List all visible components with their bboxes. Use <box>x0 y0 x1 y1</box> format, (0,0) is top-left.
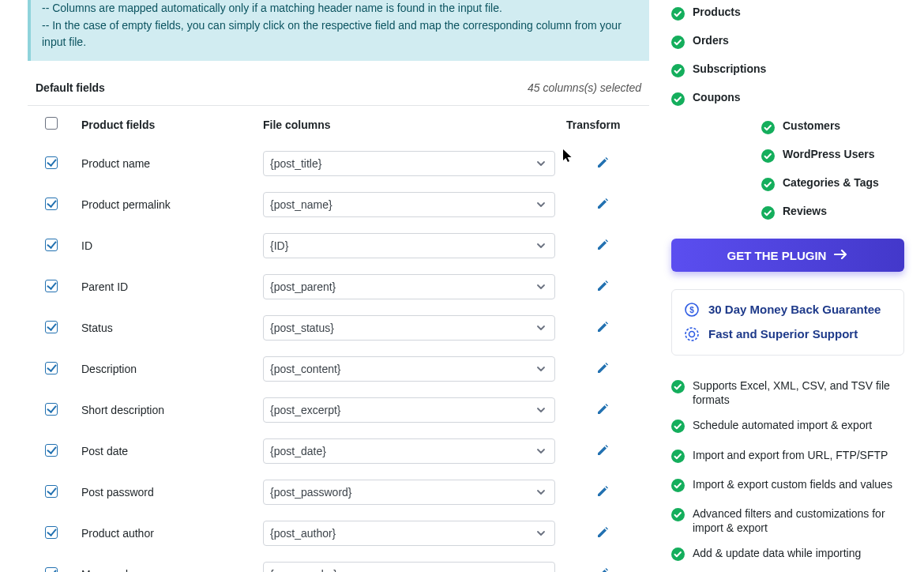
file-column-select[interactable]: {post_excerpt} <box>263 397 555 423</box>
list-item: WordPress Users <box>761 142 904 171</box>
pencil-icon[interactable] <box>568 279 610 292</box>
svg-point-11 <box>689 332 695 337</box>
file-column-select[interactable]: {post_name} <box>263 192 555 217</box>
item-label: Import & export custom fields and values <box>693 477 892 491</box>
list-item: Schedule automated import & export <box>671 412 904 442</box>
row-checkbox[interactable] <box>45 485 58 498</box>
pencil-icon[interactable] <box>568 566 610 572</box>
feature-list-top-indent: CustomersWordPress UsersCategories & Tag… <box>671 114 904 228</box>
file-column-select[interactable]: {post_content} <box>263 356 555 382</box>
check-circle-icon <box>761 178 775 194</box>
row-checkbox[interactable] <box>45 156 58 169</box>
row-checkbox[interactable] <box>45 280 58 292</box>
pencil-icon[interactable] <box>568 361 610 374</box>
row-label: Status <box>75 307 257 348</box>
list-item: Orders <box>671 28 904 57</box>
money-back-icon: $ <box>685 303 699 319</box>
check-circle-icon <box>671 479 685 495</box>
row-checkbox[interactable] <box>45 403 58 416</box>
check-circle-icon <box>671 380 685 397</box>
select-value: {post_content} <box>270 363 341 375</box>
row-checkbox[interactable] <box>45 567 58 572</box>
item-label: Reviews <box>783 205 827 217</box>
item-label: Subscriptions <box>693 62 766 75</box>
select-value: {post_author} <box>270 527 336 540</box>
chevron-down-icon <box>535 446 547 457</box>
file-column-select[interactable]: {post_title} <box>263 151 555 176</box>
table-row: Short description{post_excerpt} <box>28 389 649 431</box>
item-label: Schedule automated import & export <box>693 418 872 432</box>
select-value: {post_date} <box>270 445 326 457</box>
info-line-2: -- In the case of empty fields, you can … <box>42 17 638 51</box>
item-label: Categories & Tags <box>783 176 879 189</box>
check-circle-icon <box>761 206 775 222</box>
list-item: Customers <box>761 114 904 142</box>
check-circle-icon <box>671 36 685 51</box>
pencil-icon[interactable] <box>568 443 610 457</box>
item-label: Customers <box>783 119 840 132</box>
chevron-down-icon <box>535 528 547 539</box>
row-checkbox[interactable] <box>45 362 58 374</box>
check-circle-icon <box>671 7 685 23</box>
table-row: Product permalink{post_name} <box>28 184 649 225</box>
list-item: Import and export from URL, FTP/SFTP <box>671 442 904 472</box>
item-label: Orders <box>693 34 729 47</box>
table-row: Post date{post_date} <box>28 431 649 472</box>
row-label: Product permalink <box>75 184 257 225</box>
file-column-select[interactable]: {post_date} <box>263 438 555 464</box>
support-text: Fast and Superior Support <box>708 326 858 342</box>
file-column-select[interactable]: {post_password} <box>263 480 555 505</box>
check-circle-icon <box>761 149 775 165</box>
file-column-select[interactable]: {ID} <box>263 233 555 258</box>
check-circle-icon <box>671 450 685 466</box>
select-all-checkbox[interactable] <box>45 117 58 130</box>
pencil-icon[interactable] <box>568 197 610 210</box>
guarantee-box: $ 30 Day Money Back Guarantee Fast and S… <box>671 289 904 356</box>
section-header: Default fields 45 columns(s) selected <box>28 75 649 105</box>
get-plugin-button[interactable]: GET THE PLUGIN <box>671 239 904 272</box>
pencil-icon[interactable] <box>568 402 610 416</box>
list-item: Supports Excel, XML, CSV, and TSV file f… <box>671 373 904 412</box>
select-value: {post_password} <box>270 486 352 499</box>
money-back-text: 30 Day Money Back Guarantee <box>708 301 881 318</box>
file-column-select[interactable]: {post_status} <box>263 315 555 341</box>
list-item: Add & update data while importing <box>671 540 904 570</box>
pencil-icon[interactable] <box>568 320 610 333</box>
chevron-down-icon <box>535 281 547 292</box>
row-label: Post date <box>75 431 257 472</box>
pencil-icon[interactable] <box>568 484 610 498</box>
row-label: Menu order <box>75 554 257 572</box>
table-row: Post password{post_password} <box>28 472 649 513</box>
file-column-select[interactable]: {menu_order} <box>263 562 555 572</box>
chevron-down-icon <box>535 158 547 169</box>
arrow-right-icon <box>834 249 848 262</box>
support-icon <box>685 327 699 344</box>
pencil-icon[interactable] <box>568 238 610 251</box>
file-column-select[interactable]: {post_parent} <box>263 274 555 299</box>
row-checkbox[interactable] <box>45 198 58 210</box>
selected-count: 45 columns(s) selected <box>528 81 641 94</box>
item-label: Supports Excel, XML, CSV, and TSV file f… <box>693 378 904 407</box>
row-label: Parent ID <box>75 266 257 307</box>
row-checkbox[interactable] <box>45 444 58 457</box>
section-title: Default fields <box>36 81 105 94</box>
row-label: Post password <box>75 472 257 513</box>
chevron-down-icon <box>535 363 547 374</box>
select-value: {post_parent} <box>270 280 336 293</box>
table-row: Description{post_content} <box>28 348 649 389</box>
svg-text:$: $ <box>689 306 694 314</box>
row-checkbox[interactable] <box>45 239 58 251</box>
row-label: Product name <box>75 143 257 184</box>
select-value: {post_excerpt} <box>270 404 341 416</box>
pencil-icon[interactable] <box>568 156 610 169</box>
table-row: Status{post_status} <box>28 307 649 348</box>
pencil-icon[interactable] <box>568 525 610 539</box>
row-checkbox[interactable] <box>45 526 58 539</box>
file-column-select[interactable]: {post_author} <box>263 521 555 546</box>
list-item: Coupons <box>671 85 904 114</box>
list-item: Reviews <box>761 199 904 228</box>
list-item: Categories & Tags <box>761 171 904 199</box>
check-circle-icon <box>671 508 685 525</box>
row-checkbox[interactable] <box>45 321 58 333</box>
row-label: Short description <box>75 389 257 431</box>
